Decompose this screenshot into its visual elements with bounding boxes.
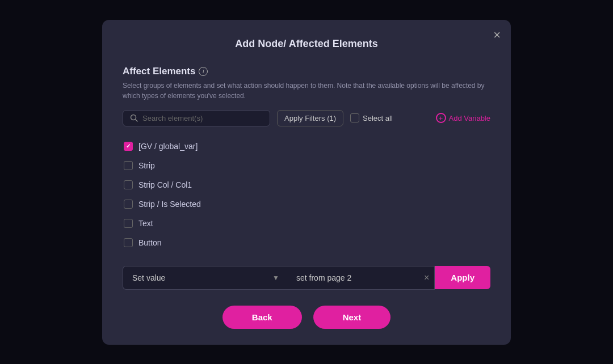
add-variable-label: Add Variable bbox=[449, 114, 490, 122]
value-input-wrapper: × bbox=[287, 266, 435, 290]
element-label: Strip / Is Selected bbox=[138, 200, 201, 209]
toolbar: Apply Filters (1) Select all + Add Varia… bbox=[123, 110, 490, 126]
element-checkbox[interactable] bbox=[124, 200, 133, 209]
element-checkbox[interactable] bbox=[124, 238, 133, 247]
element-checkbox[interactable] bbox=[124, 161, 133, 170]
modal-overlay: Add Node/ Affected Elements × Affect Ele… bbox=[0, 0, 613, 364]
list-item[interactable]: Text bbox=[123, 214, 490, 233]
list-item[interactable]: Strip Col / Col1 bbox=[123, 175, 490, 194]
list-item[interactable]: Strip bbox=[123, 156, 490, 175]
element-checkbox[interactable] bbox=[124, 219, 133, 228]
element-label: Strip Col / Col1 bbox=[138, 180, 192, 189]
select-all-checkbox[interactable] bbox=[350, 113, 359, 122]
element-checkbox[interactable] bbox=[124, 142, 133, 151]
add-variable-button[interactable]: + Add Variable bbox=[436, 113, 490, 123]
set-value-wrapper: Set valueGet valueToggleClear value ▼ bbox=[123, 266, 287, 290]
plus-circle-icon: + bbox=[436, 113, 446, 123]
section-title-text: Affect Elements bbox=[123, 66, 195, 77]
list-item[interactable]: Button bbox=[123, 233, 490, 252]
search-input[interactable] bbox=[142, 114, 263, 122]
svg-line-1 bbox=[136, 120, 138, 122]
set-value-select[interactable]: Set valueGet valueToggleClear value bbox=[123, 266, 287, 290]
info-icon: i bbox=[199, 67, 208, 76]
clear-input-button[interactable]: × bbox=[424, 273, 429, 282]
select-all-label[interactable]: Select all bbox=[350, 113, 393, 122]
search-box[interactable] bbox=[123, 110, 270, 126]
footer-buttons: Back Next bbox=[123, 306, 490, 329]
elements-list: [GV / global_var]StripStrip Col / Col1St… bbox=[123, 137, 490, 252]
apply-filters-button[interactable]: Apply Filters (1) bbox=[277, 110, 343, 126]
next-button[interactable]: Next bbox=[313, 306, 391, 329]
modal-title: Add Node/ Affected Elements bbox=[123, 38, 490, 50]
apply-button[interactable]: Apply bbox=[435, 266, 490, 289]
element-checkbox[interactable] bbox=[124, 180, 133, 189]
element-label: [GV / global_var] bbox=[138, 142, 198, 151]
value-input[interactable] bbox=[287, 266, 435, 290]
element-label: Strip bbox=[138, 161, 155, 170]
close-button[interactable]: × bbox=[493, 29, 501, 41]
list-item[interactable]: Strip / Is Selected bbox=[123, 194, 490, 214]
action-row: Set valueGet valueToggleClear value ▼ × … bbox=[123, 266, 490, 290]
element-label: Button bbox=[138, 238, 161, 247]
element-label: Text bbox=[138, 219, 153, 228]
section-description: Select groups of elements and set what a… bbox=[123, 81, 490, 101]
section-title: Affect Elements i bbox=[123, 66, 490, 77]
list-item[interactable]: [GV / global_var] bbox=[123, 137, 490, 156]
select-all-text: Select all bbox=[363, 114, 393, 122]
back-button[interactable]: Back bbox=[222, 306, 302, 329]
search-icon bbox=[130, 114, 138, 122]
modal-container: Add Node/ Affected Elements × Affect Ele… bbox=[102, 20, 511, 345]
